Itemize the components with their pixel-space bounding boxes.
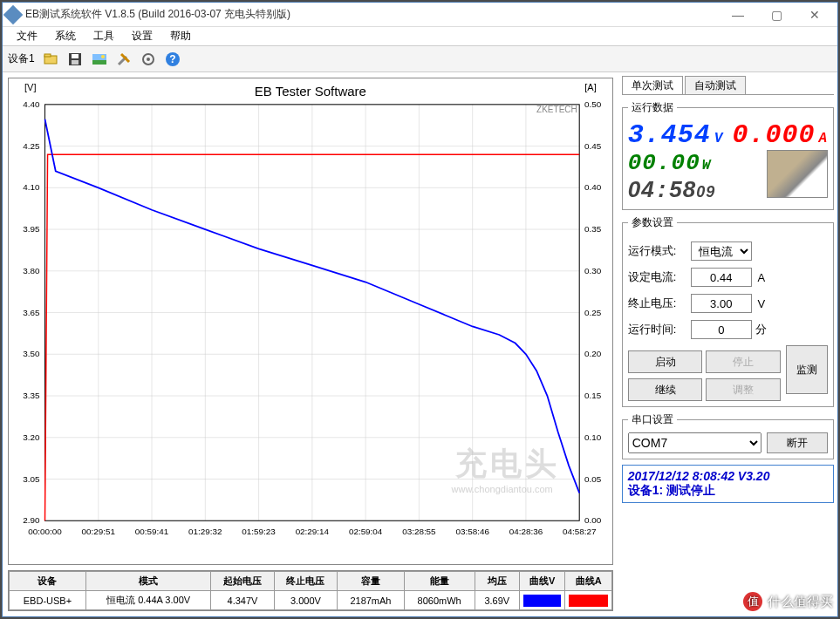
svg-text:0.05: 0.05 xyxy=(584,473,602,483)
menu-settings[interactable]: 设置 xyxy=(123,27,161,45)
plot-svg: 2.903.053.203.353.503.653.803.954.104.25… xyxy=(9,78,612,564)
td-curveV-swatch xyxy=(520,591,565,610)
device-label: 设备1 xyxy=(8,51,35,66)
tools-icon[interactable] xyxy=(113,49,134,70)
start-button[interactable]: 启动 xyxy=(628,350,703,373)
adjust-button[interactable]: 调整 xyxy=(706,378,781,401)
runtime-legend: 运行数据 xyxy=(628,100,677,115)
svg-text:02:59:04: 02:59:04 xyxy=(349,527,383,536)
settings-icon[interactable] xyxy=(138,49,159,70)
th-vend: 终止电压 xyxy=(274,572,337,591)
serial-group: 串口设置 COM7 断开 xyxy=(622,412,834,459)
tab-auto-test[interactable]: 自动测试 xyxy=(685,76,746,94)
test-tabs: 单次测试 自动测试 xyxy=(622,76,834,95)
close-button[interactable]: ✕ xyxy=(796,3,834,27)
th-vstart: 起始电压 xyxy=(211,572,274,591)
svg-text:0.20: 0.20 xyxy=(584,349,602,358)
svg-point-7 xyxy=(101,55,105,58)
menu-tools[interactable]: 工具 xyxy=(85,27,123,45)
set-current-input[interactable] xyxy=(691,268,752,287)
svg-rect-3 xyxy=(72,54,79,58)
td-capacity: 2187mAh xyxy=(338,591,405,610)
results-table: 设备 模式 起始电压 终止电压 容量 能量 均压 曲线V 曲线A EBD-USB… xyxy=(8,570,613,611)
runtime-input[interactable] xyxy=(691,320,752,339)
th-mode: 模式 xyxy=(85,572,210,591)
params-group: 参数设置 运行模式: 恒电流 设定电流: A 终止电压: V 运行时间: xyxy=(622,215,834,407)
window-title: EB测试系统软件 V1.8.5 (Build 2016-03-07 充电头特别版… xyxy=(25,7,719,22)
svg-text:0.10: 0.10 xyxy=(584,432,602,442)
svg-text:3.35: 3.35 xyxy=(23,391,40,400)
menubar: 文件 系统 工具 设置 帮助 xyxy=(3,27,837,46)
th-capacity: 容量 xyxy=(338,572,405,591)
td-mode: 恒电流 0.44A 3.00V xyxy=(85,591,210,610)
svg-text:00:59:41: 00:59:41 xyxy=(135,527,169,536)
svg-rect-1 xyxy=(44,54,51,57)
set-current-label: 设定电流: xyxy=(628,269,691,285)
svg-text:3.50: 3.50 xyxy=(23,349,40,358)
svg-text:03:58:46: 03:58:46 xyxy=(455,527,489,536)
svg-text:04:28:36: 04:28:36 xyxy=(509,527,543,536)
disconnect-button[interactable]: 断开 xyxy=(767,432,828,453)
toolbar: 设备1 ? xyxy=(3,46,837,72)
cutoff-voltage-input[interactable] xyxy=(691,294,752,313)
svg-text:3.20: 3.20 xyxy=(23,432,40,442)
menu-system[interactable]: 系统 xyxy=(46,27,85,45)
mode-select[interactable]: 恒电流 xyxy=(691,241,752,261)
svg-text:04:58:27: 04:58:27 xyxy=(563,527,597,536)
voltage-reading: 3.454 xyxy=(628,120,711,150)
td-energy: 8060mWh xyxy=(404,591,475,610)
svg-text:01:59:23: 01:59:23 xyxy=(242,527,276,536)
svg-text:3.65: 3.65 xyxy=(23,308,40,317)
runtime-label: 运行时间: xyxy=(628,322,691,337)
table-row[interactable]: EBD-USB+ 恒电流 0.44A 3.00V 4.347V 3.000V 2… xyxy=(10,591,612,610)
menu-help[interactable]: 帮助 xyxy=(161,27,200,45)
svg-text:0.00: 0.00 xyxy=(584,515,602,525)
titlebar: EB测试系统软件 V1.8.5 (Build 2016-03-07 充电头特别版… xyxy=(3,3,837,27)
params-legend: 参数设置 xyxy=(628,215,677,230)
td-device: EBD-USB+ xyxy=(10,591,86,610)
chart: EB Tester Software [V] [A] ZKETECH 2.903… xyxy=(8,78,613,565)
continue-button[interactable]: 继续 xyxy=(628,378,703,401)
th-device: 设备 xyxy=(10,572,86,591)
com-port-select[interactable]: COM7 xyxy=(628,432,761,453)
td-vavg: 3.69V xyxy=(475,591,520,610)
menu-file[interactable]: 文件 xyxy=(8,27,46,45)
svg-text:?: ? xyxy=(169,53,175,65)
svg-text:02:29:14: 02:29:14 xyxy=(296,527,330,536)
image-icon[interactable] xyxy=(89,49,110,70)
svg-text:3.80: 3.80 xyxy=(23,266,40,275)
help-icon[interactable]: ? xyxy=(162,49,183,70)
status-line1: 2017/12/12 8:08:42 V3.20 xyxy=(628,469,828,483)
svg-text:0.45: 0.45 xyxy=(584,141,602,151)
tab-single-test[interactable]: 单次测试 xyxy=(622,76,683,94)
svg-text:0.35: 0.35 xyxy=(584,224,602,234)
svg-text:0.30: 0.30 xyxy=(584,266,602,275)
td-vend: 3.000V xyxy=(274,591,337,610)
open-icon[interactable] xyxy=(40,49,61,70)
serial-legend: 串口设置 xyxy=(628,412,677,427)
svg-text:3.95: 3.95 xyxy=(23,224,40,234)
save-icon[interactable] xyxy=(65,49,85,70)
svg-text:3.05: 3.05 xyxy=(23,473,40,483)
stop-button[interactable]: 停止 xyxy=(706,350,781,373)
td-curveA-swatch xyxy=(565,591,611,610)
svg-text:0.40: 0.40 xyxy=(584,182,602,192)
maximize-button[interactable]: ▢ xyxy=(757,3,796,27)
avatar-image xyxy=(767,150,828,198)
svg-text:2.90: 2.90 xyxy=(23,515,40,525)
svg-rect-4 xyxy=(72,60,79,65)
svg-text:4.10: 4.10 xyxy=(23,182,40,192)
svg-text:01:29:32: 01:29:32 xyxy=(188,527,222,536)
svg-text:4.25: 4.25 xyxy=(23,141,40,151)
minimize-button[interactable]: — xyxy=(719,3,757,27)
th-curveV: 曲线V xyxy=(520,572,565,591)
monitor-button[interactable]: 监测 xyxy=(786,345,828,394)
current-reading: 0.000 xyxy=(732,120,815,150)
mode-label: 运行模式: xyxy=(628,243,691,259)
svg-text:00:29:51: 00:29:51 xyxy=(82,527,116,536)
status-box: 2017/12/12 8:08:42 V3.20 设备1: 测试停止 xyxy=(622,465,834,503)
svg-text:4.40: 4.40 xyxy=(23,99,40,109)
th-energy: 能量 xyxy=(404,572,475,591)
svg-text:0.25: 0.25 xyxy=(584,308,602,317)
cutoff-voltage-label: 终止电压: xyxy=(628,296,691,311)
